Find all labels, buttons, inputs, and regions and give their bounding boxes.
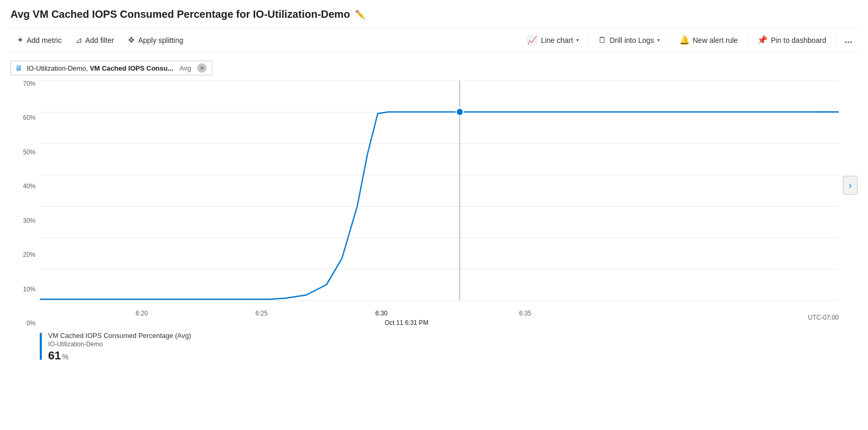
x-label-620: 6:20 bbox=[135, 310, 147, 317]
more-options-label: ... bbox=[844, 35, 852, 46]
separator-4 bbox=[836, 34, 836, 47]
add-filter-label: Add filter bbox=[85, 36, 114, 44]
grid-line-0 bbox=[40, 300, 839, 301]
x-label-active: Oct 11 6:31 PM 6:30 bbox=[375, 310, 387, 317]
y-label-20: 20% bbox=[23, 252, 36, 258]
resource-icon: 🖥 bbox=[15, 64, 22, 72]
aggregation-text: Avg bbox=[179, 64, 191, 72]
add-metric-label: Add metric bbox=[27, 36, 62, 44]
title-row: Avg VM Cached IOPS Consumed Percentage f… bbox=[10, 8, 858, 20]
data-point bbox=[456, 108, 463, 116]
chart-svg bbox=[40, 81, 839, 300]
legend-resource-name: IO-Utilization-Demo bbox=[48, 341, 191, 348]
pin-to-dashboard-label: Pin to dashboard bbox=[771, 36, 826, 44]
y-label-30: 30% bbox=[23, 218, 36, 224]
pin-to-dashboard-icon: 📌 bbox=[757, 35, 768, 45]
y-label-60: 60% bbox=[23, 115, 36, 121]
new-alert-rule-icon: 🔔 bbox=[679, 35, 690, 45]
legend-metric-name: VM Cached IOPS Consumed Percentage (Avg) bbox=[48, 332, 191, 340]
add-metric-icon: ✦ bbox=[17, 35, 24, 45]
y-label-50: 50% bbox=[23, 149, 36, 155]
separator-2 bbox=[669, 34, 670, 47]
active-datetime-label: Oct 11 6:31 PM bbox=[385, 319, 428, 326]
expand-icon: › bbox=[849, 180, 852, 191]
legend-text: VM Cached IOPS Consumed Percentage (Avg)… bbox=[48, 332, 191, 363]
legend-value-unit: % bbox=[62, 353, 68, 361]
legend-value: 61 % bbox=[48, 349, 191, 363]
metric-tag-resource: IO-Utilization-Demo, VM Cached IOPS Cons… bbox=[27, 64, 173, 72]
drill-into-logs-icon: 🗒 bbox=[598, 36, 607, 45]
line-chart-icon: 📈 bbox=[527, 35, 538, 45]
y-label-10: 10% bbox=[23, 286, 36, 292]
legend-area: VM Cached IOPS Consumed Percentage (Avg)… bbox=[10, 326, 858, 363]
separator-3 bbox=[747, 34, 748, 47]
drill-into-logs-label: Drill into Logs bbox=[610, 36, 654, 44]
toolbar-left: ✦ Add metric ⊿ Add filter ❖ Apply splitt… bbox=[10, 32, 521, 48]
drill-logs-chevron: ▾ bbox=[657, 37, 660, 43]
line-chart-button[interactable]: 📈 Line chart ▾ bbox=[521, 32, 585, 48]
apply-splitting-icon: ❖ bbox=[128, 35, 135, 45]
chart-line bbox=[40, 112, 839, 299]
apply-splitting-button[interactable]: ❖ Apply splitting bbox=[121, 32, 189, 48]
add-metric-button[interactable]: ✦ Add metric bbox=[10, 32, 68, 48]
toolbar: ✦ Add metric ⊿ Add filter ❖ Apply splitt… bbox=[10, 28, 858, 52]
legend-value-number: 61 bbox=[48, 349, 61, 363]
add-filter-button[interactable]: ⊿ Add filter bbox=[69, 32, 120, 48]
separator-1 bbox=[588, 34, 589, 47]
metric-tags-row: 🖥 IO-Utilization-Demo, VM Cached IOPS Co… bbox=[10, 61, 858, 75]
chart-svg-wrapper bbox=[40, 81, 839, 300]
expand-chart-button[interactable]: › bbox=[843, 176, 858, 195]
metric-tag-close-button[interactable]: ✕ bbox=[197, 63, 207, 73]
drill-into-logs-button[interactable]: 🗒 Drill into Logs ▾ bbox=[592, 32, 666, 48]
legend-color-bar bbox=[40, 333, 42, 360]
more-options-button[interactable]: ... bbox=[839, 31, 858, 49]
x-label-625: 6:25 bbox=[256, 310, 268, 317]
toolbar-right: 📈 Line chart ▾ 🗒 Drill into Logs ▾ 🔔 New… bbox=[521, 31, 858, 49]
y-label-0: 0% bbox=[27, 320, 36, 326]
chart-container: 70% 60% 50% 40% 30% 20% 10% 0% bbox=[10, 81, 858, 326]
apply-splitting-label: Apply splitting bbox=[138, 36, 183, 44]
metric-tag: 🖥 IO-Utilization-Demo, VM Cached IOPS Co… bbox=[10, 61, 212, 75]
edit-title-icon[interactable]: ✏️ bbox=[355, 9, 366, 19]
y-label-40: 40% bbox=[23, 183, 36, 189]
line-chart-label: Line chart bbox=[541, 36, 573, 44]
utc-label: UTC-07:00 bbox=[808, 314, 839, 321]
y-label-70: 70% bbox=[23, 81, 36, 87]
new-alert-rule-label: New alert rule bbox=[693, 36, 738, 44]
metric-name-text: VM Cached IOPS Consu... bbox=[90, 64, 174, 72]
page-container: Avg VM Cached IOPS Consumed Percentage f… bbox=[0, 0, 868, 363]
y-axis: 70% 60% 50% 40% 30% 20% 10% 0% bbox=[10, 81, 40, 326]
new-alert-rule-button[interactable]: 🔔 New alert rule bbox=[673, 32, 744, 48]
x-label-635: 6:35 bbox=[519, 310, 531, 317]
pin-to-dashboard-button[interactable]: 📌 Pin to dashboard bbox=[751, 32, 832, 48]
add-filter-icon: ⊿ bbox=[75, 35, 82, 45]
resource-name-text: IO-Utilization-Demo, bbox=[27, 64, 88, 72]
page-title: Avg VM Cached IOPS Consumed Percentage f… bbox=[10, 8, 350, 20]
line-chart-chevron: ▾ bbox=[576, 37, 579, 43]
